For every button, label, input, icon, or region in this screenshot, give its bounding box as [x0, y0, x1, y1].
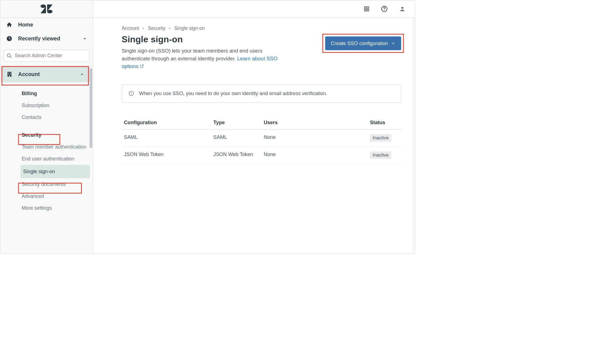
sidebar-item-advanced[interactable]: Advanced: [0, 190, 92, 202]
help-icon[interactable]: [381, 6, 388, 12]
svg-rect-8: [8, 74, 9, 75]
cell-type: JSON Web Token: [211, 146, 262, 163]
svg-point-17: [401, 7, 403, 9]
svg-point-3: [7, 54, 10, 57]
home-icon: [6, 22, 12, 28]
sidebar-section-label: Account: [18, 71, 40, 77]
cell-type: SAML: [211, 129, 262, 146]
sidebar-section-account[interactable]: Account: [1, 67, 90, 82]
svg-point-1: [47, 10, 53, 14]
page-content: Account Security Single sign-on Single s…: [93, 18, 415, 253]
sidebar-item-security[interactable]: Security: [0, 129, 92, 141]
info-text: When you use SSO, you need to do your ow…: [139, 90, 327, 97]
sidebar-item-contacts[interactable]: Contacts: [0, 111, 92, 123]
info-alert: When you use SSO, you need to do your ow…: [121, 84, 401, 103]
sidebar-item-single-sign-on[interactable]: Single sign-on: [20, 165, 90, 178]
breadcrumb-item[interactable]: Security: [148, 25, 165, 31]
chevron-right-icon: [169, 27, 171, 30]
search-icon: [7, 53, 12, 58]
cell-status: Inactive: [368, 129, 401, 146]
table-header-type: Type: [211, 116, 262, 129]
sidebar-item-label: Recently viewed: [18, 35, 60, 41]
topbar: [93, 0, 415, 18]
clock-icon: [6, 35, 12, 41]
svg-rect-10: [9, 75, 10, 77]
breadcrumb-item: Single sign-on: [174, 25, 205, 31]
chevron-right-icon: [142, 27, 145, 30]
sidebar-item-security-documents[interactable]: Security documents: [0, 178, 92, 190]
sidebar-item-recently-viewed[interactable]: Recently viewed: [0, 32, 92, 45]
sidebar-item-end-user-authentication[interactable]: End user authentication: [0, 153, 92, 165]
sidebar-item-subscription[interactable]: Subscription: [0, 100, 92, 111]
svg-point-16: [384, 10, 385, 11]
status-badge: Inactive: [370, 151, 391, 159]
search-field[interactable]: [14, 53, 87, 59]
sidebar-item-team-member-authentication[interactable]: Team member authentication: [0, 141, 92, 153]
zendesk-logo-icon: [40, 4, 52, 13]
sidebar-scroll-area: Account BillingSubscriptionContactsSecur…: [0, 66, 92, 253]
info-icon: [129, 91, 134, 96]
svg-rect-6: [8, 72, 9, 73]
svg-rect-9: [10, 74, 11, 75]
chevron-up-icon: [80, 72, 84, 76]
table-header-users: Users: [262, 116, 368, 129]
cell-config: JSON Web Token: [121, 146, 211, 163]
breadcrumb: Account Security Single sign-on: [121, 25, 401, 31]
building-icon: [7, 71, 12, 77]
create-sso-button[interactable]: Create SSO configuration: [325, 37, 401, 50]
sidebar-item-more-settings[interactable]: More settings: [0, 202, 92, 214]
sidebar-item-label: Single sign-on: [22, 167, 56, 176]
table-row[interactable]: JSON Web TokenJSON Web TokenNoneInactive: [121, 146, 401, 163]
svg-point-0: [40, 4, 46, 8]
svg-line-4: [10, 56, 11, 58]
table-header-configuration: Configuration: [121, 116, 211, 129]
svg-rect-12: [367, 7, 369, 8]
page-title: Single sign-on: [121, 34, 317, 45]
apps-grid-icon[interactable]: [364, 6, 369, 12]
cell-config: SAML: [121, 129, 211, 146]
table-header-status: Status: [368, 116, 401, 129]
button-label: Create SSO configuration: [331, 40, 388, 46]
chevron-down-icon: [83, 37, 87, 41]
breadcrumb-item[interactable]: Account: [121, 25, 139, 31]
external-link-icon: [140, 64, 144, 68]
svg-rect-13: [364, 9, 366, 11]
search-input[interactable]: [4, 50, 90, 62]
status-badge: Inactive: [370, 134, 391, 142]
sidebar-item-home[interactable]: Home: [0, 18, 92, 32]
chevron-down-icon: [391, 41, 395, 45]
page-description: Single sign-on (SSO) lets your team memb…: [121, 47, 284, 71]
cell-users: None: [262, 146, 368, 163]
sidebar-item-billing[interactable]: Billing: [0, 88, 92, 100]
svg-rect-14: [367, 9, 369, 11]
cell-status: Inactive: [368, 146, 401, 163]
scrollbar-thumb[interactable]: [90, 68, 92, 148]
svg-rect-7: [10, 72, 11, 73]
table-row[interactable]: SAMLSAMLNoneInactive: [121, 129, 401, 146]
sso-config-table: Configuration Type Users Status SAMLSAML…: [121, 116, 401, 164]
svg-point-20: [131, 92, 132, 93]
sidebar: Home Recently viewed: [0, 0, 93, 253]
sidebar-item-label: Home: [18, 22, 33, 28]
cell-users: None: [262, 129, 368, 146]
profile-icon[interactable]: [399, 6, 405, 12]
svg-rect-11: [364, 7, 366, 8]
